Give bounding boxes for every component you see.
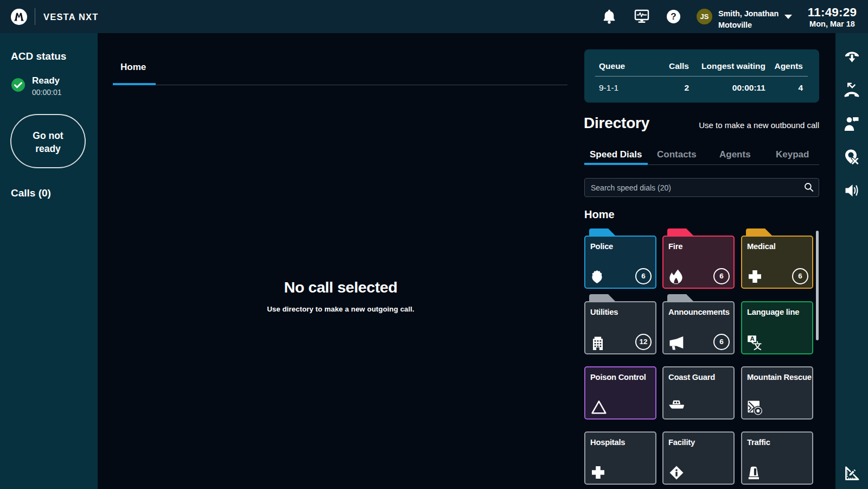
svg-text:A: A xyxy=(750,335,755,342)
